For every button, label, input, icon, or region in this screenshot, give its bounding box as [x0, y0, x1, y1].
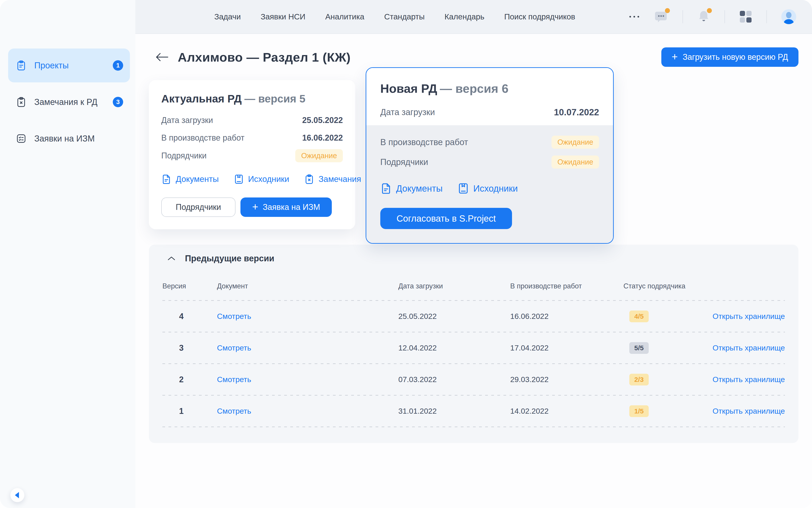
- divider: [724, 10, 725, 23]
- column-header-contractor-status: Статус подрядчика: [623, 282, 698, 290]
- cell-upload-date: 12.04.2022: [398, 343, 510, 352]
- documents-link[interactable]: Документы: [161, 174, 219, 184]
- nav-item-calendar[interactable]: Календарь: [445, 12, 485, 21]
- contractor-status-badge: 1/5: [629, 405, 649, 417]
- link-label: Исходники: [248, 174, 289, 184]
- info-row: Дата загрузки 10.07.2022: [380, 106, 599, 119]
- view-document-link[interactable]: Смотреть: [217, 375, 398, 384]
- row-label: В производстве работ: [380, 137, 468, 147]
- app-window: Проекты 1 Замечания к РД 3: [0, 0, 812, 508]
- current-card-title: Актуальная РД— версия 5: [161, 92, 343, 105]
- open-storage-link[interactable]: Открыть хранилище: [713, 375, 785, 384]
- current-version-card: Актуальная РД— версия 5 Дата загрузки 25…: [149, 80, 355, 229]
- sidebar-item-label: Проекты: [34, 61, 69, 71]
- more-icon[interactable]: [628, 15, 640, 18]
- nav-item-contractor-search[interactable]: Поиск подрядчиков: [504, 12, 575, 21]
- new-card-title-text: Новая РД: [380, 82, 437, 95]
- clipboard-x-icon: [304, 174, 314, 184]
- sidebar-count-badge: 3: [113, 97, 123, 107]
- upload-button-label: Загрузить новую версию РД: [683, 52, 788, 62]
- file-icon: [161, 174, 172, 184]
- sidebar-item-remarks[interactable]: Замечания к РД 3: [8, 85, 130, 119]
- notification-dot: [665, 8, 670, 13]
- panel-title: Предыдущие версии: [185, 254, 274, 263]
- column-header-version: Версия: [163, 282, 217, 290]
- table-row: 3 Смотреть 12.04.2022 17.04.2022 5/5 Отк…: [163, 332, 785, 363]
- sidebar-item-change-requests[interactable]: Заявки на ИЗМ: [8, 122, 130, 156]
- plus-icon: +: [252, 202, 258, 212]
- info-row: Подрядчики Ожидание: [380, 156, 599, 169]
- info-row: Дата загрузки 25.05.2022: [161, 114, 343, 127]
- row-label: В производстве работ: [161, 133, 244, 143]
- open-storage-link[interactable]: Открыть хранилище: [713, 343, 785, 352]
- new-card-body: В производстве работ Ожидание Подрядчики…: [366, 125, 613, 243]
- panel-head: Предыдущие версии: [163, 245, 785, 272]
- view-document-link[interactable]: Смотреть: [217, 343, 398, 352]
- topbar-icons: [628, 9, 796, 24]
- column-header-work-date: В производстве работ: [510, 282, 623, 290]
- new-version-card: Новая РД— версия 6 Дата загрузки 10.07.2…: [366, 67, 614, 244]
- sidebar-collapse-button[interactable]: [10, 488, 25, 502]
- sidebar-item-projects[interactable]: Проекты 1: [8, 48, 130, 82]
- book-bookmark-icon: [457, 182, 469, 194]
- sidebar-item-label: Замечания к РД: [34, 97, 97, 107]
- upload-new-version-button[interactable]: + Загрузить новую версию РД: [661, 47, 799, 67]
- link-label: Замечания: [318, 174, 361, 184]
- back-arrow-icon[interactable]: [155, 52, 170, 62]
- contractors-button[interactable]: Подрядчики: [161, 198, 235, 217]
- contractor-status-badge: 4/5: [629, 310, 649, 322]
- izm-button-label: Заявка на ИЗМ: [263, 203, 320, 212]
- cell-version: 1: [163, 407, 217, 416]
- triangle-left-icon: [15, 492, 19, 498]
- page-content: Алхимово — Раздел 1 (КЖ) + Загрузить нов…: [135, 34, 812, 508]
- chevron-up-icon[interactable]: [167, 253, 176, 263]
- status-badge-pending: Ожидание: [551, 156, 599, 169]
- approve-sproject-button[interactable]: Согласовать в S.Project: [380, 208, 512, 229]
- table-row: 4 Смотреть 25.05.2022 16.06.2022 4/5 Отк…: [163, 301, 785, 332]
- sources-link[interactable]: Исходники: [457, 182, 517, 194]
- cell-version: 3: [163, 343, 217, 353]
- avatar-head: [786, 12, 792, 18]
- remarks-link[interactable]: Замечания: [304, 174, 361, 184]
- nav-item-analytics[interactable]: Аналитика: [325, 12, 364, 21]
- info-row: В производстве работ 16.06.2022: [161, 132, 343, 144]
- nav-item-tasks[interactable]: Задачи: [214, 12, 241, 21]
- info-row: В производстве работ Ожидание: [380, 136, 599, 149]
- bell-icon[interactable]: [697, 10, 710, 24]
- avatar-body: [784, 19, 794, 24]
- status-badge-pending: Ожидание: [295, 149, 343, 162]
- cell-upload-date: 31.01.2022: [398, 407, 510, 416]
- checklist-icon: [15, 133, 27, 144]
- view-document-link[interactable]: Смотреть: [217, 312, 398, 321]
- new-card-head: Новая РД— версия 6 Дата загрузки 10.07.2…: [366, 68, 613, 125]
- row-label: Дата загрузки: [380, 108, 435, 117]
- izm-request-button[interactable]: + Заявка на ИЗМ: [240, 198, 332, 217]
- table-header: Версия Документ Дата загрузки В производ…: [163, 272, 785, 300]
- row-value: 16.06.2022: [302, 133, 343, 143]
- apps-grid-icon[interactable]: [739, 10, 752, 23]
- nav-item-nsi-requests[interactable]: Заявки НСИ: [261, 12, 305, 21]
- column-header-upload-date: Дата загрузки: [398, 282, 510, 290]
- sidebar: Проекты 1 Замечания к РД 3: [0, 0, 135, 508]
- sidebar-item-label: Заявки на ИЗМ: [34, 134, 95, 143]
- info-row: Подрядчики Ожидание: [161, 149, 343, 162]
- open-storage-link[interactable]: Открыть хранилище: [713, 312, 785, 321]
- nav-links: Задачи Заявки НСИ Аналитика Стандарты Ка…: [214, 12, 575, 21]
- nav-item-standards[interactable]: Стандарты: [384, 12, 424, 21]
- cell-version: 4: [163, 312, 217, 321]
- open-storage-link[interactable]: Открыть хранилище: [713, 407, 785, 415]
- column-header-document: Документ: [217, 282, 398, 290]
- cell-work-date: 17.04.2022: [510, 343, 623, 352]
- user-avatar[interactable]: [781, 9, 796, 24]
- divider: [682, 10, 683, 23]
- card-links: Документы Исходники: [161, 174, 343, 184]
- row-label: Подрядчики: [380, 157, 428, 167]
- sidebar-count-badge: 1: [113, 60, 123, 71]
- plus-icon: +: [672, 51, 678, 62]
- chat-icon[interactable]: [655, 10, 668, 24]
- file-icon: [380, 182, 392, 194]
- view-document-link[interactable]: Смотреть: [217, 407, 398, 416]
- documents-link[interactable]: Документы: [380, 182, 443, 194]
- new-card-title: Новая РД— версия 6: [380, 81, 599, 95]
- sources-link[interactable]: Исходники: [234, 174, 289, 184]
